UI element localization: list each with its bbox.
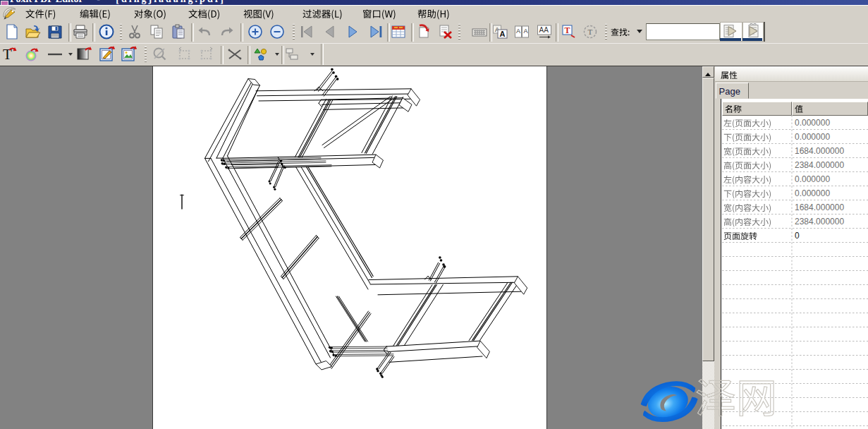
svg-text:A: A [524,28,528,35]
svg-text:T: T [588,28,593,36]
svg-text:A: A [500,30,506,38]
svg-text:T: T [565,25,570,35]
svg-text:A: A [516,28,520,35]
svg-text:AA: AA [539,26,549,34]
